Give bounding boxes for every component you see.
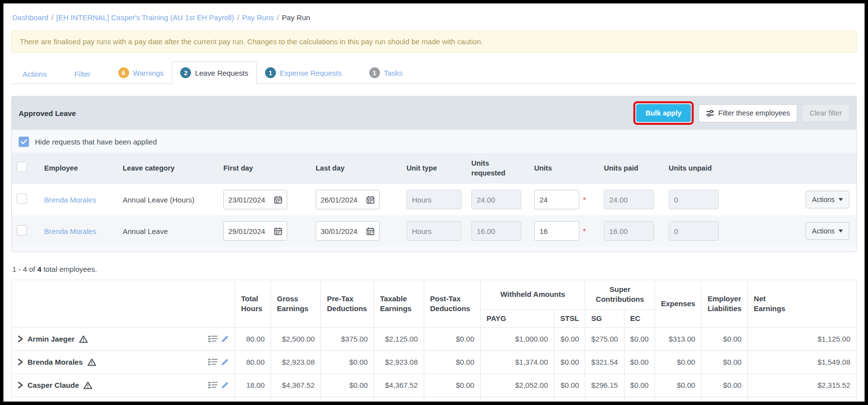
edit-pencil-icon[interactable] bbox=[221, 335, 229, 343]
date-field[interactable] bbox=[228, 227, 271, 235]
tab-label: Actions bbox=[23, 70, 47, 78]
row-checkbox[interactable] bbox=[17, 225, 27, 235]
ec-value: $0.00 bbox=[624, 327, 655, 350]
check-icon bbox=[21, 139, 27, 145]
row-checkbox[interactable] bbox=[17, 194, 27, 204]
filter-these-employees-button[interactable]: Filter these employees bbox=[699, 104, 797, 122]
tab-leave-requests[interactable]: 2 Leave Requests bbox=[172, 61, 256, 84]
hide-applied-checkbox[interactable] bbox=[19, 137, 29, 147]
expand-chevron-icon[interactable] bbox=[18, 335, 23, 343]
total-hours-value: 80.00 bbox=[235, 327, 271, 350]
calendar-icon[interactable] bbox=[366, 196, 375, 204]
last-day-date-input[interactable] bbox=[316, 190, 380, 209]
approved-leave-panel: Approved Leave Bulk apply Filter these e… bbox=[11, 96, 857, 252]
finalised-pay-runs-warning-banner: There are finalised pay runs with a pay … bbox=[11, 30, 857, 53]
net-earnings-value: $0.00 bbox=[748, 397, 857, 405]
date-field[interactable] bbox=[321, 196, 363, 204]
breadcrumb-pay-runs[interactable]: Pay Runs bbox=[242, 13, 274, 22]
employee-summary-row: Eren (Eren) Ackerman 0.00 $0.00 $0.00 $0… bbox=[12, 397, 857, 405]
units-input[interactable] bbox=[534, 221, 579, 241]
calendar-icon[interactable] bbox=[274, 227, 282, 235]
header-checkbox-cell bbox=[12, 153, 39, 184]
tab-actions[interactable]: Actions bbox=[14, 64, 55, 84]
pre-tax-deductions-value: $375.00 bbox=[321, 327, 374, 350]
units-paid-input bbox=[604, 190, 654, 209]
payg-value: $1,000.00 bbox=[481, 327, 554, 350]
col-header-first-day: First day bbox=[218, 153, 311, 184]
tab-label: Expense Requests bbox=[280, 69, 342, 77]
warnings-count-badge: 6 bbox=[118, 67, 129, 78]
tab-expense-requests[interactable]: 1 Expense Requests bbox=[257, 61, 350, 84]
col-header-actions bbox=[730, 153, 856, 184]
date-field[interactable] bbox=[321, 227, 363, 235]
row-actions-dropdown-button[interactable]: Actions bbox=[806, 191, 849, 208]
button-label: Actions bbox=[812, 227, 835, 235]
expenses-value: $0.00 bbox=[655, 397, 702, 405]
employee-link[interactable]: Brenda Morales bbox=[44, 196, 96, 204]
tab-tasks[interactable]: 1 Tasks bbox=[361, 61, 411, 84]
bulk-apply-button[interactable]: Bulk apply bbox=[636, 104, 691, 122]
total-hours-value: 80.00 bbox=[235, 350, 271, 374]
sg-value: $296.15 bbox=[585, 374, 624, 397]
col-header-last-day: Last day bbox=[311, 153, 402, 184]
col-header-expenses: Expenses bbox=[655, 280, 702, 328]
first-day-date-input[interactable] bbox=[223, 221, 287, 241]
calendar-icon[interactable] bbox=[274, 196, 282, 204]
tab-filter[interactable]: Filter bbox=[66, 64, 99, 84]
post-tax-deductions-value: $0.00 bbox=[424, 397, 481, 405]
employer-liabilities-value: $0.00 bbox=[702, 374, 748, 397]
expand-chevron-icon[interactable] bbox=[18, 358, 23, 366]
col-header-sg: SG bbox=[585, 309, 624, 327]
payslip-notes-icon[interactable] bbox=[208, 358, 217, 366]
last-day-date-input[interactable] bbox=[316, 221, 380, 241]
breadcrumb-dashboard[interactable]: Dashboard bbox=[12, 13, 48, 22]
select-all-checkbox[interactable] bbox=[17, 162, 27, 172]
post-tax-deductions-value: $0.00 bbox=[424, 374, 481, 397]
units-unpaid-input bbox=[669, 190, 719, 209]
date-field[interactable] bbox=[228, 196, 271, 204]
unit-type-input bbox=[407, 190, 461, 209]
leave-category: Annual Leave bbox=[118, 215, 218, 247]
units-paid-input bbox=[604, 221, 654, 241]
net-earnings-value: $1,549.08 bbox=[748, 350, 857, 374]
employee-link[interactable]: Brenda Morales bbox=[44, 227, 96, 235]
edit-pencil-icon[interactable] bbox=[221, 381, 229, 389]
expense-requests-count-badge: 1 bbox=[265, 67, 276, 78]
red-highlight-annotation: Bulk apply bbox=[633, 101, 694, 125]
required-marker: * bbox=[583, 227, 586, 236]
edit-pencil-icon[interactable] bbox=[221, 358, 229, 366]
stsl-value: $0.00 bbox=[554, 350, 585, 374]
row-actions-dropdown-button[interactable]: Actions bbox=[806, 222, 849, 240]
col-header-total-hours: Total Hours bbox=[235, 280, 271, 328]
calendar-icon[interactable] bbox=[366, 227, 375, 235]
employee-name[interactable]: Armin Jaeger bbox=[27, 335, 75, 343]
post-tax-deductions-value: $0.00 bbox=[424, 350, 481, 374]
breadcrumb-business[interactable]: [EH INTERNAL] Casper's Training (AU 1st … bbox=[56, 13, 234, 22]
employee-name[interactable]: Casper Claude bbox=[27, 381, 79, 389]
expenses-value: $0.00 bbox=[655, 350, 702, 374]
caret-down-icon bbox=[839, 198, 843, 201]
taxable-earnings-value: $2,923.08 bbox=[374, 350, 424, 374]
employee-name[interactable]: Brenda Morales bbox=[27, 358, 83, 366]
col-header-pre-tax-deductions: Pre-Tax Deductions bbox=[321, 280, 374, 328]
stsl-value: $0.00 bbox=[554, 327, 585, 350]
tab-warnings[interactable]: 6 Warnings bbox=[110, 61, 172, 84]
sg-value: $0.00 bbox=[585, 397, 624, 405]
payslip-notes-icon[interactable] bbox=[208, 335, 217, 343]
col-header-ec: EC bbox=[624, 309, 655, 327]
leave-requests-count-badge: 2 bbox=[180, 67, 191, 78]
units-input[interactable] bbox=[534, 190, 579, 209]
col-header-taxable-earnings: Taxable Earnings bbox=[374, 280, 424, 328]
leave-request-row: Brenda Morales Annual Leave bbox=[12, 215, 856, 247]
breadcrumb-separator: / bbox=[237, 13, 239, 22]
payg-value: $2,052.00 bbox=[481, 374, 554, 397]
first-day-date-input[interactable] bbox=[223, 190, 287, 209]
approved-leave-header: Approved Leave Bulk apply Filter these e… bbox=[12, 96, 856, 130]
pre-tax-deductions-value: $0.00 bbox=[321, 374, 374, 397]
caret-down-icon bbox=[839, 230, 843, 232]
unit-type-input bbox=[407, 221, 461, 241]
clear-filter-button[interactable]: Clear filter bbox=[802, 104, 849, 122]
employee-summary-row: Armin Jaeger 80.00 $2,500.00 $375.00 $2,… bbox=[12, 327, 857, 350]
expand-chevron-icon[interactable] bbox=[18, 381, 23, 389]
payslip-notes-icon[interactable] bbox=[208, 381, 217, 389]
